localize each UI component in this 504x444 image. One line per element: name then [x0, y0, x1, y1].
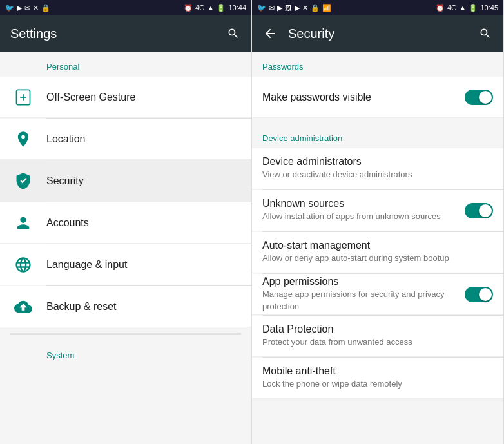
security-icon: [10, 168, 36, 194]
alarm-icon-r: ⏰: [436, 4, 445, 12]
passwords-visible-title: Make passwords visible: [262, 92, 465, 103]
off-screen-gesture-item[interactable]: Off-Screen Gesture: [0, 77, 251, 118]
location-title: Location: [46, 133, 241, 145]
passwords-visible-toggle[interactable]: [465, 90, 493, 105]
data-protection-text: Data Protection Protect your data from u…: [262, 323, 493, 348]
left-toolbar: Settings: [0, 15, 251, 52]
unknown-sources-item[interactable]: Unknown sources Allow installation of ap…: [252, 190, 503, 231]
unknown-sources-title: Unknown sources: [262, 198, 465, 209]
unknown-sources-toggle[interactable]: [465, 203, 493, 218]
device-admins-item[interactable]: Device administrators View or deactivate…: [252, 148, 503, 189]
language-text: Language & input: [46, 259, 241, 271]
left-list-content: Personal Off-Screen Gesture: [0, 52, 251, 444]
data-protection-item[interactable]: Data Protection Protect your data from u…: [252, 316, 503, 357]
img-icon-r: 🖼: [285, 4, 292, 12]
right-toolbar-title: Security: [288, 26, 478, 41]
left-status-icons: 🐦 ▶ ✉ ✕ 🔒: [5, 4, 50, 12]
left-time: 10:44: [228, 4, 246, 12]
passwords-visible-thumb: [479, 91, 492, 104]
twitter-icon-r: 🐦: [257, 4, 266, 12]
accounts-text: Accounts: [46, 217, 241, 229]
accounts-icon: [10, 210, 36, 236]
off-screen-icon: [10, 84, 36, 110]
backup-item[interactable]: Backup & reset: [0, 286, 251, 327]
language-title: Language & input: [46, 259, 241, 271]
personal-section-header: Personal: [0, 52, 251, 77]
right-list-content: Passwords Make passwords visible Device …: [252, 52, 503, 444]
battery-icon-r: 🔋: [469, 4, 478, 12]
auto-start-text: Auto-start management Allow or deny app …: [262, 240, 493, 264]
data-protection-subtitle: Protect your data from unwanted access: [262, 336, 493, 348]
left-toolbar-title: Settings: [10, 26, 226, 41]
left-status-bar: 🐦 ▶ ✉ ✕ 🔒 ⏰ 4G ▲ 🔋 10:44: [0, 0, 251, 15]
right-search-button[interactable]: [478, 26, 493, 41]
right-status-right: ⏰ 4G ▲ 🔋 10:45: [436, 4, 498, 12]
location-icon: [10, 126, 36, 152]
auto-start-title: Auto-start management: [262, 240, 493, 251]
device-admins-subtitle: View or deactivate device administrators: [262, 169, 493, 180]
location-item[interactable]: Location: [0, 119, 251, 160]
app-permissions-thumb: [479, 288, 492, 301]
lock-icon-r: 🔒: [311, 4, 320, 12]
youtube-icon: ▶: [17, 4, 22, 12]
app-permissions-title: App permissions: [262, 276, 465, 287]
signal-icon: ✕: [33, 4, 39, 12]
yt-icon-r: ▶: [295, 4, 300, 12]
x-icon-r: ✕: [302, 4, 308, 12]
auto-start-subtitle: Allow or deny app auto-start during syst…: [262, 253, 493, 264]
alarm-icon: ⏰: [184, 4, 193, 12]
mobile-antitheft-subtitle: Lock the phone or wipe data remotely: [262, 378, 493, 390]
security-text: Security: [46, 175, 241, 187]
security-item[interactable]: Security: [0, 160, 251, 202]
location-text: Location: [46, 133, 241, 145]
accounts-item[interactable]: Accounts: [0, 202, 251, 244]
sim-icon-r: 📶: [322, 4, 331, 12]
left-search-button[interactable]: [226, 26, 241, 41]
left-panel: 🐦 ▶ ✉ ✕ 🔒 ⏰ 4G ▲ 🔋 10:44 Settings Person…: [0, 0, 252, 444]
unknown-sources-text: Unknown sources Allow installation of ap…: [262, 198, 465, 222]
security-title: Security: [46, 175, 241, 187]
system-section-header: System: [0, 340, 251, 365]
network-type-r: 4G: [447, 4, 457, 12]
passwords-visible-item[interactable]: Make passwords visible: [252, 77, 503, 118]
video-icon-r: ▶: [277, 4, 282, 12]
signal-bars-r: ▲: [460, 4, 467, 12]
device-admin-section-header: Device administration: [252, 123, 503, 148]
battery-icon: 🔋: [217, 4, 226, 12]
off-screen-gesture-text: Off-Screen Gesture: [46, 92, 241, 103]
section-divider-1: [252, 118, 503, 123]
app-permissions-subtitle: Manage app permissions for security and …: [262, 289, 465, 312]
twitter-icon: 🐦: [5, 4, 14, 12]
app-permissions-text: App permissions Manage app permissions f…: [262, 276, 465, 312]
backup-text: Backup & reset: [46, 301, 241, 313]
right-toolbar: Security: [252, 15, 503, 52]
mobile-antitheft-text: Mobile anti-theft Lock the phone or wipe…: [262, 365, 493, 390]
gmail-icon-r: ✉: [269, 4, 275, 12]
left-status-right: ⏰ 4G ▲ 🔋 10:44: [184, 4, 246, 12]
backup-icon: [10, 294, 36, 320]
right-status-icons: 🐦 ✉ ▶ 🖼 ▶ ✕ 🔒 📶: [257, 4, 331, 12]
language-icon: [10, 252, 36, 278]
right-panel: 🐦 ✉ ▶ 🖼 ▶ ✕ 🔒 📶 ⏰ 4G ▲ 🔋 10:45 Security: [252, 0, 504, 444]
right-time: 10:45: [480, 4, 498, 12]
off-screen-gesture-title: Off-Screen Gesture: [46, 92, 241, 103]
network-type: 4G: [195, 4, 205, 12]
auto-start-item[interactable]: Auto-start management Allow or deny app …: [252, 232, 503, 273]
mobile-antitheft-title: Mobile anti-theft: [262, 365, 493, 377]
device-admins-text: Device administrators View or deactivate…: [262, 156, 493, 180]
scroll-indicator: [10, 333, 241, 335]
back-button[interactable]: [262, 26, 278, 41]
app-permissions-toggle[interactable]: [465, 287, 493, 302]
unknown-sources-thumb: [479, 204, 492, 217]
unknown-sources-subtitle: Allow installation of apps from unknown …: [262, 211, 465, 222]
accounts-title: Accounts: [46, 217, 241, 229]
language-item[interactable]: Language & input: [0, 244, 251, 285]
mobile-antitheft-item[interactable]: Mobile anti-theft Lock the phone or wipe…: [252, 358, 503, 399]
gmail-icon: ✉: [24, 4, 30, 12]
passwords-visible-text: Make passwords visible: [262, 92, 465, 103]
backup-title: Backup & reset: [46, 301, 241, 313]
lock-icon: 🔒: [41, 4, 50, 12]
device-admins-title: Device administrators: [262, 156, 493, 168]
app-permissions-item[interactable]: App permissions Manage app permissions f…: [252, 274, 503, 315]
signal-bars: ▲: [208, 4, 215, 12]
